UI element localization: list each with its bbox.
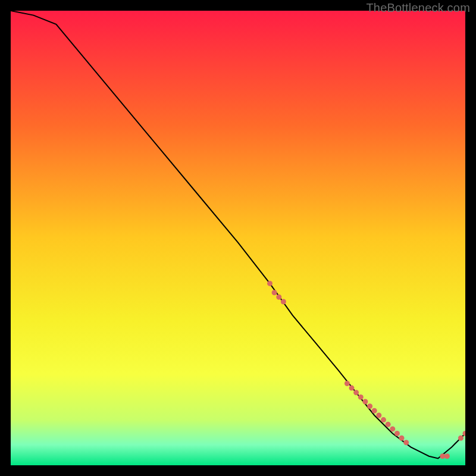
data-marker: [444, 453, 450, 459]
data-marker: [394, 431, 400, 436]
data-marker: [386, 422, 391, 427]
data-marker: [345, 381, 350, 386]
watermark-label: TheBottleneck.com: [366, 1, 470, 15]
data-marker: [353, 390, 359, 395]
data-marker: [272, 290, 277, 295]
data-marker: [458, 436, 464, 441]
data-marker: [358, 394, 364, 400]
data-marker: [376, 413, 381, 418]
data-marker: [381, 417, 386, 422]
data-marker: [362, 399, 368, 405]
data-marker: [281, 299, 286, 305]
gradient-background: [11, 11, 465, 465]
data-marker: [367, 403, 372, 409]
chart-frame: TheBottleneck.com: [0, 0, 476, 476]
chart-svg: [11, 11, 465, 465]
data-marker: [267, 281, 273, 286]
data-marker: [403, 440, 409, 445]
data-marker: [276, 295, 281, 300]
data-marker: [372, 408, 377, 414]
bottleneck-chart: [11, 11, 465, 465]
data-marker: [399, 436, 405, 441]
data-marker: [349, 386, 355, 391]
data-marker: [390, 426, 395, 431]
